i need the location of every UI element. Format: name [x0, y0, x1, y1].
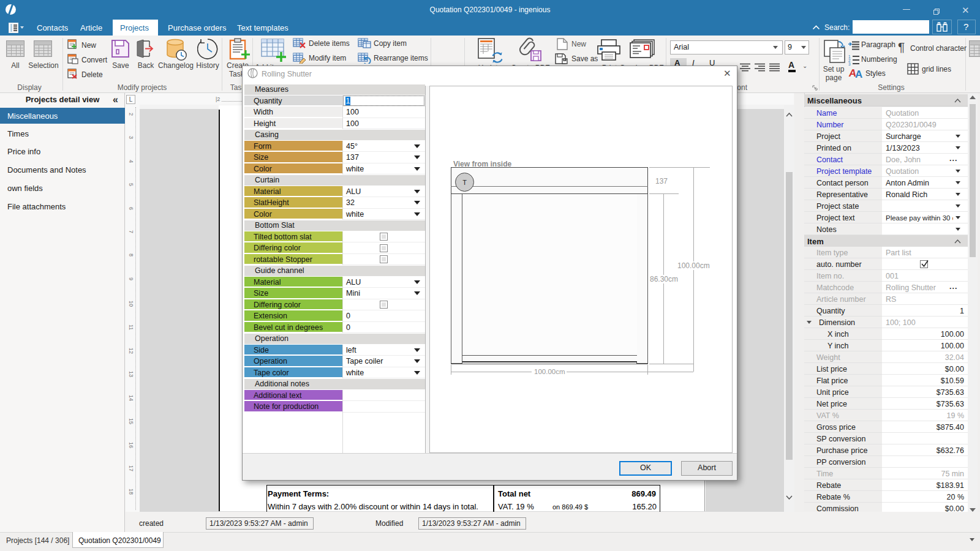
- svg-text:3: 3: [848, 62, 851, 66]
